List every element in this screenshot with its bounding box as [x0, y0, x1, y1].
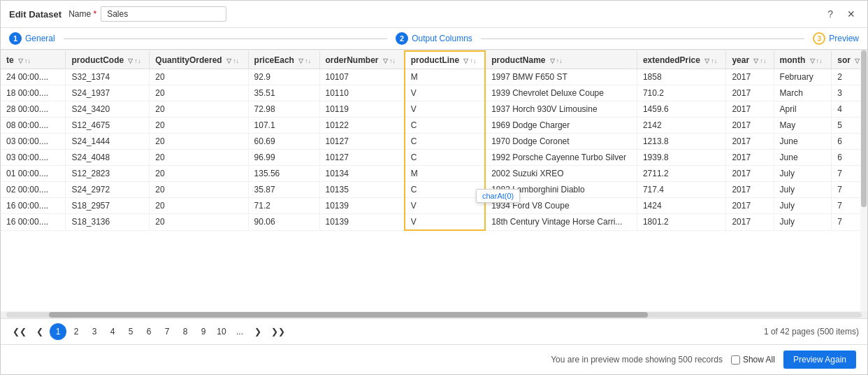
- cell-te: 28 00:00....: [1, 101, 66, 118]
- cell-year: 2017: [726, 166, 774, 182]
- step-preview[interactable]: 3 Preview: [813, 32, 859, 45]
- cell-orderNumber: 10135: [319, 182, 405, 198]
- page-6-button[interactable]: 6: [140, 323, 157, 340]
- preview-mode-text: You are in preview mode showing 500 reco…: [551, 355, 723, 365]
- next-page-button[interactable]: ❯: [249, 323, 266, 340]
- page-4-button[interactable]: 4: [104, 323, 121, 340]
- vertical-scrollbar[interactable]: [860, 50, 867, 311]
- cell-priceEach: 71.2: [248, 198, 319, 214]
- page-8-button[interactable]: 8: [177, 323, 194, 340]
- table-row: 24 00:00....S32_13742092.910107M1997 BMW…: [1, 69, 867, 85]
- horizontal-scroll-thumb[interactable]: [49, 312, 648, 318]
- cell-extendedPrice: 1858: [637, 69, 725, 85]
- cell-productCode: S12_4675: [66, 118, 150, 134]
- cell-extendedPrice: 2142: [637, 118, 725, 134]
- cell-productName: 1970 Dodge Coronet: [485, 134, 637, 150]
- cell-productName: 18th Century Vintage Horse Carri...: [485, 214, 637, 231]
- cell-orderNumber: 10107: [319, 69, 405, 85]
- cell-month: March: [774, 85, 832, 101]
- horizontal-scrollbar[interactable]: [1, 311, 867, 318]
- table-header-row: te ▽↑↓ productCode ▽↑↓ QuantityOrdered ▽…: [1, 51, 867, 69]
- table-row: 16 00:00....S18_31362090.0610139V18th Ce…: [1, 214, 867, 231]
- prev-page-button[interactable]: ❮: [31, 323, 48, 340]
- page-1-button[interactable]: 1: [50, 323, 66, 340]
- col-header-QuantityOrdered[interactable]: QuantityOrdered ▽↑↓: [150, 51, 248, 69]
- col-header-productCode[interactable]: productCode ▽↑↓: [66, 51, 150, 69]
- col-header-priceEach[interactable]: priceEach ▽↑↓: [248, 51, 319, 69]
- cell-productCode: S24_1937: [66, 85, 150, 101]
- cell-productCode: S24_1444: [66, 134, 150, 150]
- col-header-year[interactable]: year ▽↑↓: [726, 51, 774, 69]
- help-button[interactable]: ?: [824, 7, 837, 21]
- step-2-label: Output Columns: [412, 34, 472, 43]
- col-header-extendedPrice[interactable]: extendedPrice ▽↑↓: [637, 51, 725, 69]
- cell-orderNumber: 10127: [319, 134, 405, 150]
- cell-extendedPrice: 717.4: [637, 182, 725, 198]
- page-2-button[interactable]: 2: [68, 323, 85, 340]
- col-header-productName[interactable]: productName ▽↑↓: [485, 51, 637, 69]
- cell-month: June: [774, 134, 832, 150]
- cell-productLine: C: [405, 118, 485, 134]
- step-general[interactable]: 1 General: [9, 32, 55, 45]
- page-9-button[interactable]: 9: [195, 323, 212, 340]
- cell-priceEach: 135.56: [248, 166, 319, 182]
- step-3-num: 3: [813, 32, 825, 45]
- page-7-button[interactable]: 7: [159, 323, 175, 340]
- cell-priceEach: 35.51: [248, 85, 319, 101]
- cell-orderNumber: 10122: [319, 118, 405, 134]
- cell-productName: 2002 Suzuki XREO: [485, 166, 637, 182]
- cell-priceEach: 35.87: [248, 182, 319, 198]
- pagination-bar: ❮❮ ❮ 1 2 3 4 5 6 7 8 9 10 ... ❯ ❯❯ 1 of …: [1, 318, 867, 344]
- cell-QuantityOrdered: 20: [150, 101, 248, 118]
- cell-te: 16 00:00....: [1, 214, 66, 231]
- show-all-label[interactable]: Show All: [731, 355, 775, 365]
- vertical-scrollbar-thumb[interactable]: [861, 50, 867, 207]
- step-2-num: 2: [396, 32, 408, 45]
- dataset-name-input[interactable]: [101, 6, 226, 22]
- step-output-columns[interactable]: 2 Output Columns: [396, 32, 472, 45]
- col-header-te[interactable]: te ▽↑↓: [1, 51, 66, 69]
- cell-productCode: S12_2823: [66, 166, 150, 182]
- col-header-productLine[interactable]: productLine ▽↑↓: [405, 51, 485, 69]
- cell-extendedPrice: 1424: [637, 198, 725, 214]
- table-row: 03 00:00....S24_40482096.9910127C1992 Po…: [1, 150, 867, 166]
- preview-again-button[interactable]: Preview Again: [783, 351, 856, 369]
- cell-orderNumber: 10119: [319, 101, 405, 118]
- cell-QuantityOrdered: 20: [150, 198, 248, 214]
- cell-year: 2017: [726, 198, 774, 214]
- step-divider-1: [64, 38, 387, 39]
- show-all-checkbox[interactable]: [731, 355, 740, 365]
- cell-te: 08 00:00....: [1, 118, 66, 134]
- cell-QuantityOrdered: 20: [150, 214, 248, 231]
- close-button[interactable]: ✕: [844, 7, 859, 21]
- cell-month: July: [774, 198, 832, 214]
- page-3-button[interactable]: 3: [86, 323, 103, 340]
- cell-month: June: [774, 150, 832, 166]
- name-label: Name *: [68, 9, 96, 19]
- cell-year: 2017: [726, 214, 774, 231]
- page-ellipsis[interactable]: ...: [231, 323, 248, 340]
- cell-priceEach: 60.69: [248, 134, 319, 150]
- cell-productName: 1937 Horch 930V Limousine: [485, 101, 637, 118]
- cell-orderNumber: 10127: [319, 150, 405, 166]
- col-header-month[interactable]: month ▽↑↓: [774, 51, 832, 69]
- page-5-button[interactable]: 5: [122, 323, 139, 340]
- page-info: 1 of 42 pages (500 items): [764, 327, 859, 337]
- cell-productName: 1969 Dodge Charger: [485, 118, 637, 134]
- cell-te: 03 00:00....: [1, 134, 66, 150]
- last-page-button[interactable]: ❯❯: [268, 323, 289, 340]
- table-row: 01 00:00....S12_282320135.5610134M2002 S…: [1, 166, 867, 182]
- cell-QuantityOrdered: 20: [150, 166, 248, 182]
- page-10-button[interactable]: 10: [213, 323, 230, 340]
- cell-month: February: [774, 69, 832, 85]
- cell-priceEach: 92.9: [248, 69, 319, 85]
- cell-orderNumber: 10139: [319, 198, 405, 214]
- cell-year: 2017: [726, 69, 774, 85]
- horizontal-scroll-track[interactable]: [6, 312, 862, 318]
- table-row: 02 00:00....S24_29722035.8710135C1982 La…: [1, 182, 867, 198]
- step-divider-2: [481, 38, 804, 39]
- first-page-button[interactable]: ❮❮: [9, 323, 30, 340]
- col-header-orderNumber[interactable]: orderNumber ▽↑↓: [319, 51, 405, 69]
- dialog-title: Edit Dataset: [9, 9, 62, 20]
- cell-priceEach: 90.06: [248, 214, 319, 231]
